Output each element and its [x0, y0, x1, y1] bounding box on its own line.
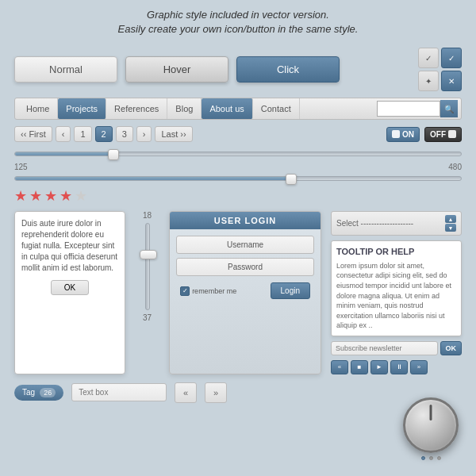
star-1[interactable]: ★: [14, 187, 27, 205]
pagination-last[interactable]: Last ››: [155, 126, 192, 142]
toggle-off-label: OFF: [430, 130, 446, 139]
double-nav-prev: «: [175, 382, 197, 403]
login-footer: ✓ remember me Login: [176, 280, 314, 301]
nav-projects[interactable]: Projects: [58, 98, 106, 119]
subscribe-ok-button[interactable]: OK: [440, 341, 463, 355]
username-field[interactable]: Username: [176, 236, 314, 254]
alert-text: Duis aute irure dolor in reprehenderit d…: [21, 218, 118, 274]
slider2-thumb[interactable]: [286, 174, 297, 185]
volume-knob[interactable]: [403, 397, 459, 453]
tag-badge[interactable]: Tag 26: [14, 385, 63, 401]
stars-row: ★ ★ ★ ★ ★: [0, 184, 476, 208]
tooltip-text: Lorem ipsum dolor sit amet, consectetur …: [336, 261, 456, 331]
remember-label: remember me: [192, 287, 236, 295]
slider2-fill: [15, 177, 291, 180]
login-box: USER LOGIN Username Password ✓ remember …: [169, 211, 321, 374]
page-3[interactable]: 3: [116, 126, 133, 142]
vertical-slider-area: 18 37: [135, 211, 159, 374]
tooltip-box: TOOLTIP OR HELP Lorem ipsum dolor sit am…: [331, 240, 462, 336]
mp-stop-button[interactable]: ■: [351, 360, 368, 374]
wrench-icon-button[interactable]: ✦: [418, 71, 439, 91]
slider1-track[interactable]: [14, 152, 462, 156]
nav-search-input[interactable]: [377, 101, 440, 117]
toggle-on-label: ON: [402, 130, 414, 139]
pagination-prev[interactable]: ‹: [56, 126, 71, 142]
buttons-row: Normal Hover Click ✓ ✓ ✦ ✕: [0, 41, 476, 98]
knob-indicator: [430, 405, 432, 420]
page-2[interactable]: 2: [95, 126, 113, 142]
star-3[interactable]: ★: [44, 187, 57, 205]
mp-pause-button[interactable]: ⏸: [390, 360, 408, 374]
nav-aboutus[interactable]: About us: [202, 98, 252, 119]
sliders-section: 125 480: [0, 148, 476, 184]
slider1-right-value: 480: [448, 163, 462, 171]
mp-rewind-button[interactable]: «: [331, 360, 348, 374]
select-up-arrow[interactable]: ▲: [445, 215, 456, 223]
login-header: USER LOGIN: [170, 212, 321, 229]
pagination-first[interactable]: ‹‹ First: [14, 126, 52, 142]
knob-dot-3: [437, 456, 441, 460]
toggle-on-dot: [392, 130, 400, 138]
pagination-row: ‹‹ First ‹ 1 2 3 › Last ›› ON OFF: [0, 120, 476, 148]
header-text: Graphic style included in vector version…: [0, 0, 476, 41]
slider1-left-value: 125: [14, 163, 28, 171]
nav-contact[interactable]: Contact: [253, 98, 300, 119]
login-button[interactable]: Login: [271, 282, 310, 299]
login-body: Username Password ✓ remember me Login: [170, 229, 321, 308]
slider1-labels: 125 480: [14, 163, 462, 171]
toggle-group: ON OFF: [386, 127, 462, 142]
select-label: Select --------------------: [336, 219, 413, 228]
slider2-track[interactable]: [14, 176, 462, 181]
star-5[interactable]: ★: [75, 187, 87, 205]
right-column: Select -------------------- ▲ ▼ TOOLTIP …: [331, 211, 462, 374]
nav-search-button[interactable]: 🔍: [440, 100, 458, 117]
pagination-next[interactable]: ›: [136, 126, 152, 142]
nav-home[interactable]: Home: [18, 98, 58, 119]
knob-area: [403, 397, 459, 460]
checkmark-blue-button[interactable]: ✓: [441, 48, 462, 68]
toggle-off-button[interactable]: OFF: [424, 127, 462, 142]
tag-label: Tag: [22, 388, 35, 397]
tooltip-title: TOOLTIP OR HELP: [336, 246, 456, 258]
star-4[interactable]: ★: [60, 187, 72, 205]
tag-count: 26: [40, 388, 56, 397]
page-1[interactable]: 1: [74, 126, 91, 142]
toggle-on-button[interactable]: ON: [386, 127, 420, 142]
mp-play-button[interactable]: ►: [370, 360, 388, 374]
nav-double-prev-button[interactable]: «: [175, 382, 197, 403]
slider1-fill: [15, 152, 113, 155]
select-arrows: ▲ ▼: [445, 215, 456, 232]
text-input[interactable]: [71, 383, 167, 401]
toggle-off-dot: [448, 130, 456, 138]
v-slider-track[interactable]: [145, 223, 150, 310]
nav-blog[interactable]: Blog: [167, 98, 202, 119]
cross-icon-button[interactable]: ✕: [441, 71, 462, 91]
nav-bar: Home Projects References Blog About us C…: [14, 98, 462, 120]
subscribe-input[interactable]: [331, 341, 438, 355]
click-button[interactable]: Click: [236, 56, 340, 83]
nav-double-next-button[interactable]: »: [205, 382, 227, 403]
icon-buttons-group: ✓ ✓ ✦ ✕: [418, 48, 462, 91]
alert-box: Duis aute irure dolor in reprehenderit d…: [14, 211, 125, 374]
nav-references[interactable]: References: [106, 98, 167, 119]
hover-button[interactable]: Hover: [125, 56, 228, 83]
knob-dot-2: [429, 456, 433, 460]
main-area: Duis aute irure dolor in reprehenderit d…: [0, 208, 476, 378]
remember-me: ✓ remember me: [180, 286, 236, 296]
mp-forward-button[interactable]: »: [410, 360, 428, 374]
knob-dots: [403, 456, 459, 460]
v-slider-thumb[interactable]: [140, 250, 157, 259]
slider1-thumb[interactable]: [108, 149, 119, 160]
remember-checkbox[interactable]: ✓: [180, 286, 190, 296]
header-line2: Easily create your own icon/button in th…: [16, 22, 460, 36]
select-down-arrow[interactable]: ▼: [445, 224, 456, 232]
subscribe-row: OK: [331, 341, 462, 355]
nav-search: 🔍: [377, 100, 458, 117]
normal-button[interactable]: Normal: [14, 56, 117, 83]
alert-ok-button[interactable]: OK: [51, 280, 89, 295]
select-dropdown[interactable]: Select -------------------- ▲ ▼: [331, 211, 462, 236]
check-icon-button[interactable]: ✓: [418, 48, 439, 68]
star-2[interactable]: ★: [29, 187, 42, 205]
header-line1: Graphic style included in vector version…: [16, 8, 460, 22]
password-field[interactable]: Password: [176, 258, 314, 276]
